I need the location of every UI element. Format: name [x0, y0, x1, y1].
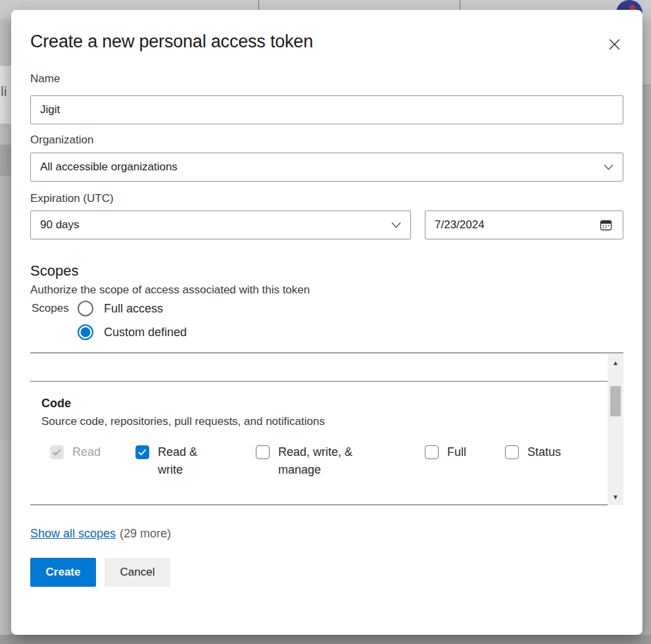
full-access-radio[interactable]	[78, 301, 93, 316]
background-band	[0, 176, 11, 439]
expiration-duration-value: 90 days	[40, 218, 80, 232]
chevron-down-icon	[604, 164, 614, 170]
dialog-header: Create a new personal access token	[30, 32, 623, 53]
read-write-checkbox[interactable]	[135, 445, 149, 459]
organization-value: All accessible organizations	[40, 161, 178, 174]
name-label: Name	[30, 72, 623, 86]
scopes-description: Authorize the scope of access associated…	[30, 284, 623, 297]
calendar-icon	[600, 219, 612, 232]
permission-label[interactable]: Read & write	[158, 440, 220, 479]
background-band	[0, 145, 11, 176]
scopes-scroll-region: Code Source code, repositories, pull req…	[30, 353, 623, 505]
partial-previous-section-row	[30, 353, 608, 382]
permission-label[interactable]: Read, write, & manage	[278, 440, 377, 479]
permission-label: Read	[72, 440, 101, 461]
expiration-row: 90 days	[30, 211, 623, 239]
custom-defined-radio-label[interactable]: Custom defined	[104, 326, 187, 339]
radio-row-full-access: Scopes Full access	[30, 301, 623, 316]
expiration-date-input[interactable]	[435, 218, 540, 232]
permission-read-write[interactable]: Read & write	[135, 440, 220, 479]
background-right-strip	[642, 18, 651, 635]
read-checkbox	[50, 445, 64, 459]
close-icon	[608, 38, 621, 51]
scrollbar-thumb[interactable]	[610, 386, 621, 416]
permission-label[interactable]: Status	[527, 440, 561, 461]
date-picker-button[interactable]	[598, 218, 614, 233]
chevron-down-icon	[391, 222, 401, 228]
check-icon	[53, 449, 61, 456]
read-write-manage-checkbox[interactable]	[256, 445, 270, 459]
permission-status[interactable]: Status	[505, 440, 561, 461]
full-checkbox[interactable]	[425, 445, 439, 459]
create-button[interactable]: Create	[30, 558, 96, 587]
full-access-radio-label[interactable]: Full access	[104, 302, 163, 316]
scopes-heading: Scopes	[30, 262, 623, 280]
expiration-label: Expiration (UTC)	[30, 192, 623, 205]
organization-dropdown[interactable]: All accessible organizations	[30, 153, 623, 182]
scopes-group-label: Scopes	[32, 302, 78, 315]
background-text-fragment: li	[1, 84, 7, 99]
cancel-button[interactable]: Cancel	[105, 558, 170, 587]
permission-label[interactable]: Full	[447, 440, 466, 461]
name-input[interactable]	[30, 95, 623, 124]
background-band	[642, 18, 651, 86]
radio-row-custom-defined: Custom defined	[30, 324, 623, 340]
show-all-scopes-row: Show all scopes(29 more)	[30, 527, 623, 541]
scopes-radio-group: Scopes Full access Custom defined	[30, 301, 623, 340]
expiration-duration-dropdown[interactable]: 90 days	[30, 211, 411, 239]
close-button[interactable]	[606, 36, 623, 53]
scope-section-description: Source code, repositories, pull requests…	[41, 415, 608, 428]
show-all-scopes-link[interactable]: Show all scopes	[30, 527, 116, 540]
scrollbar-down-arrow[interactable]: ▼	[608, 491, 623, 504]
permission-read: Read	[50, 440, 101, 461]
organization-label: Organization	[30, 134, 623, 147]
check-icon	[138, 449, 147, 456]
status-checkbox[interactable]	[505, 445, 519, 459]
scrollbar-track[interactable]: ▲ ▼	[608, 354, 623, 505]
create-pat-dialog: Create a new personal access token Name …	[11, 10, 642, 635]
permissions-row: Read Read & write Read, write, & manage	[30, 440, 608, 493]
background-bottom-strip	[0, 635, 651, 644]
background-left-strip: li	[0, 18, 11, 635]
permission-full[interactable]: Full	[425, 440, 466, 461]
permission-read-write-manage[interactable]: Read, write, & manage	[256, 440, 377, 479]
more-scopes-count: (29 more)	[120, 527, 171, 540]
dialog-actions: Create Cancel	[30, 558, 623, 587]
custom-defined-radio[interactable]	[78, 324, 93, 340]
expiration-date-field	[425, 211, 623, 239]
scrollbar-up-arrow[interactable]: ▲	[608, 357, 623, 370]
scopes-scroll-content: Code Source code, repositories, pull req…	[30, 353, 608, 505]
scope-section-name: Code	[41, 397, 608, 410]
dialog-title: Create a new personal access token	[30, 32, 313, 52]
